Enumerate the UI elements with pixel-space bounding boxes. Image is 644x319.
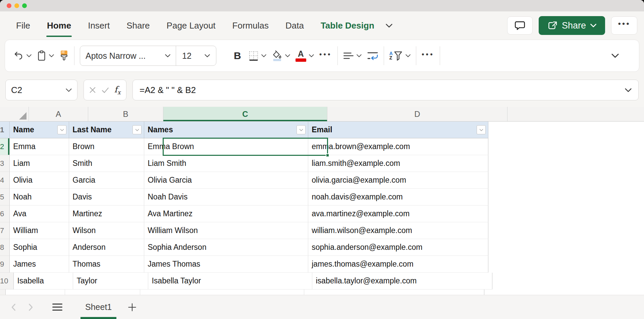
cell-c11[interactable]: [140, 289, 304, 295]
filter-dropdown-button[interactable]: [297, 125, 306, 134]
chevron-down-icon[interactable]: [309, 54, 314, 57]
filter-dropdown-button[interactable]: [132, 125, 142, 134]
cell-c7[interactable]: William Wilson: [144, 222, 308, 239]
column-header-a[interactable]: A: [29, 107, 88, 121]
more-font-options-button[interactable]: •••: [319, 50, 332, 61]
wrap-text-button[interactable]: [367, 51, 378, 60]
tab-insert[interactable]: Insert: [87, 18, 110, 33]
row-header-7[interactable]: 7: [0, 222, 10, 239]
minimize-window-button[interactable]: [14, 3, 19, 8]
filter-dropdown-button[interactable]: [477, 125, 486, 134]
paste-button[interactable]: [37, 50, 54, 61]
borders-button[interactable]: [249, 51, 266, 61]
row-header-11[interactable]: [0, 289, 6, 295]
cell-a2[interactable]: Emma: [10, 138, 69, 155]
cell-a8[interactable]: Sophia: [10, 239, 69, 256]
tab-data[interactable]: Data: [285, 18, 305, 33]
close-window-button[interactable]: [7, 3, 11, 8]
cell-d10[interactable]: isabella.taylor@example.com: [312, 273, 492, 289]
font-size-dropdown[interactable]: 12: [176, 46, 216, 65]
next-sheet-chevron-icon[interactable]: [28, 303, 34, 311]
cell-b5[interactable]: Davis: [69, 189, 144, 206]
chevron-down-icon[interactable]: [386, 24, 392, 28]
cell-b4[interactable]: Garcia: [69, 172, 144, 189]
cell-d5[interactable]: noah.davis@example.com: [308, 189, 488, 206]
row-header-1[interactable]: 1: [0, 122, 10, 138]
tab-table-design[interactable]: Table Design: [320, 18, 375, 33]
cell-d9[interactable]: james.thomas@example.com: [308, 256, 488, 273]
cell-b10[interactable]: Taylor: [73, 273, 148, 289]
row-header-5[interactable]: 5: [0, 189, 10, 206]
font-color-button[interactable]: A: [296, 50, 314, 62]
zoom-window-button[interactable]: [22, 3, 27, 8]
filter-dropdown-button[interactable]: [57, 125, 66, 134]
format-painter-button[interactable]: [59, 50, 69, 61]
row-header-10[interactable]: 10: [0, 273, 14, 289]
row-header-8[interactable]: 8: [0, 239, 10, 256]
tab-formulas[interactable]: Formulas: [232, 18, 269, 33]
chevron-down-icon[interactable]: [406, 54, 411, 57]
row-header-3[interactable]: 3: [0, 155, 10, 172]
column-header-c[interactable]: C: [163, 107, 327, 121]
cell-c9[interactable]: James Thomas: [144, 256, 308, 273]
cell-c8[interactable]: Sophia Anderson: [144, 239, 308, 256]
cell-b11[interactable]: [65, 289, 140, 295]
cell-a7[interactable]: William: [10, 222, 69, 239]
cell-b6[interactable]: Martinez: [69, 206, 144, 222]
row-header-2[interactable]: 2: [0, 138, 10, 155]
bold-button[interactable]: B: [232, 50, 243, 61]
sheet-list-menu-icon[interactable]: [52, 304, 62, 311]
sheet-tab-sheet1[interactable]: Sheet1: [80, 295, 116, 319]
cell-d7[interactable]: william.wilson@example.com: [308, 222, 488, 239]
undo-button[interactable]: [13, 51, 32, 61]
cancel-entry-icon[interactable]: [89, 87, 96, 93]
cell-c4[interactable]: Olivia Garcia: [144, 172, 308, 189]
cell-d6[interactable]: ava.martinez@example.com: [308, 206, 488, 222]
cell-c6[interactable]: Ava Martinez: [144, 206, 308, 222]
cell-b9[interactable]: Thomas: [69, 256, 144, 273]
cell-a6[interactable]: Ava: [10, 206, 69, 222]
tab-share[interactable]: Share: [126, 18, 150, 33]
name-box[interactable]: C2: [5, 80, 77, 100]
tab-home[interactable]: Home: [46, 18, 72, 33]
more-ribbon-options-button[interactable]: •••: [611, 16, 637, 35]
row-header-9[interactable]: 9: [0, 256, 10, 273]
insert-function-icon[interactable]: fx: [114, 85, 121, 96]
more-toolbar-commands-button[interactable]: •••: [422, 50, 434, 61]
fill-color-button[interactable]: [272, 50, 290, 61]
header-cell-email[interactable]: Email: [308, 122, 488, 138]
chevron-down-icon[interactable]: [285, 54, 290, 57]
cell-d11[interactable]: [304, 289, 484, 295]
column-header-d[interactable]: D: [327, 107, 507, 121]
column-header-b[interactable]: B: [88, 107, 163, 121]
sort-filter-button[interactable]: A Z: [389, 51, 411, 61]
header-cell-last-name[interactable]: Last Name: [69, 122, 144, 138]
row-header-4[interactable]: 4: [0, 172, 10, 189]
select-all-corner[interactable]: [0, 107, 29, 121]
cell-c5[interactable]: Noah Davis: [144, 189, 308, 206]
previous-sheet-chevron-icon[interactable]: [11, 303, 16, 311]
chevron-down-icon[interactable]: [66, 88, 72, 92]
cell-b3[interactable]: Smith: [69, 155, 144, 172]
formula-input[interactable]: =A2 & " " & B2: [132, 80, 639, 100]
cell-a9[interactable]: James: [10, 256, 69, 273]
alignment-button[interactable]: [343, 51, 362, 60]
cell-c2-selected[interactable]: Emma Brown: [144, 138, 308, 155]
cell-b2[interactable]: Brown: [69, 138, 144, 155]
confirm-entry-icon[interactable]: [102, 87, 109, 93]
add-sheet-button[interactable]: [128, 303, 137, 312]
tab-page-layout[interactable]: Page Layout: [166, 18, 216, 33]
cell-a4[interactable]: Olivia: [10, 172, 69, 189]
header-cell-name[interactable]: Name: [10, 122, 69, 138]
cell-b8[interactable]: Anderson: [69, 239, 144, 256]
chevron-down-icon[interactable]: [49, 54, 54, 57]
expand-formula-bar-chevron-icon[interactable]: [625, 88, 632, 92]
font-name-dropdown[interactable]: Aptos Narrow ...: [80, 46, 176, 65]
cell-a10[interactable]: Isabella: [14, 273, 73, 289]
cell-b7[interactable]: Wilson: [69, 222, 144, 239]
chevron-down-icon[interactable]: [26, 54, 32, 57]
cell-d4[interactable]: olivia.garcia@example.com: [308, 172, 488, 189]
comments-button[interactable]: [507, 16, 533, 35]
cell-a11[interactable]: [6, 289, 65, 295]
row-header-6[interactable]: 6: [0, 206, 10, 222]
